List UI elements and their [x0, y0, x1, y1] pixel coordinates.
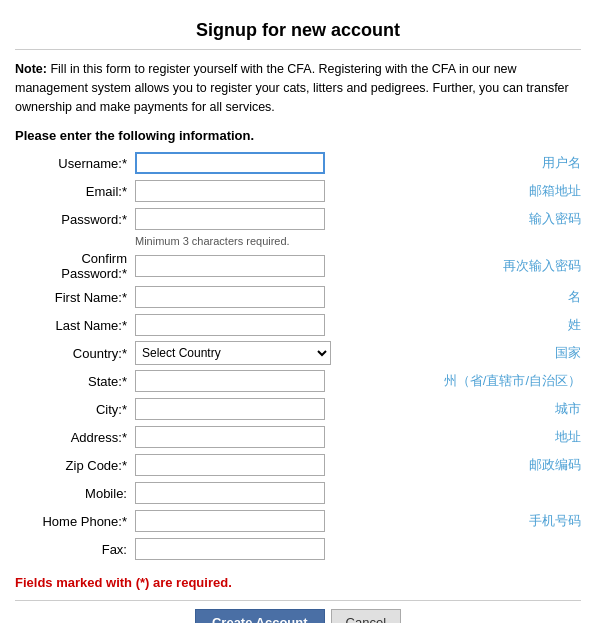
- country-select[interactable]: Select Country: [135, 341, 331, 365]
- note-text: Note: Fill in this form to register your…: [15, 60, 581, 116]
- fax-row: Fax:: [15, 537, 581, 561]
- country-input-col: Select Country: [135, 341, 535, 365]
- last-name-input-col: [135, 314, 548, 336]
- fax-label: Fax:: [15, 542, 135, 557]
- first-name-chinese: 名: [568, 288, 581, 306]
- city-chinese: 城市: [555, 400, 581, 418]
- last-name-chinese: 姓: [568, 316, 581, 334]
- create-account-button[interactable]: Create Account: [195, 609, 325, 623]
- email-input-col: [135, 180, 509, 202]
- last-name-input[interactable]: [135, 314, 325, 336]
- username-chinese: 用户名: [542, 154, 581, 172]
- password-hint: Minimum 3 characters required.: [135, 235, 581, 247]
- home-phone-row: Home Phone:* 手机号码: [15, 509, 581, 533]
- city-label: City:*: [15, 402, 135, 417]
- state-input-col: [135, 370, 424, 392]
- mobile-row: Mobile:: [15, 481, 581, 505]
- home-phone-chinese: 手机号码: [529, 512, 581, 530]
- home-phone-input-col: [135, 510, 509, 532]
- username-input-col: [135, 152, 522, 174]
- password-input-col: [135, 208, 509, 230]
- mobile-input[interactable]: [135, 482, 325, 504]
- mobile-label: Mobile:: [15, 486, 135, 501]
- confirm-password-input[interactable]: [135, 255, 325, 277]
- zip-code-row: Zip Code:* 邮政编码: [15, 453, 581, 477]
- city-input-col: [135, 398, 535, 420]
- address-input-col: [135, 426, 535, 448]
- state-input[interactable]: [135, 370, 325, 392]
- city-row: City:* 城市: [15, 397, 581, 421]
- country-row: Country:* Select Country 国家: [15, 341, 581, 365]
- zip-code-input-col: [135, 454, 509, 476]
- zip-code-label: Zip Code:*: [15, 458, 135, 473]
- password-chinese: 输入密码: [529, 210, 581, 228]
- zip-code-input[interactable]: [135, 454, 325, 476]
- first-name-input-col: [135, 286, 548, 308]
- confirm-password-row: Confirm Password:* 再次输入密码: [15, 251, 581, 281]
- country-chinese: 国家: [555, 344, 581, 362]
- zip-code-chinese: 邮政编码: [529, 456, 581, 474]
- confirm-password-input-col: [135, 255, 483, 277]
- button-row: Create Account Cancel: [15, 600, 581, 623]
- required-note-prefix: Fields marked with: [15, 575, 136, 590]
- email-row: Email:* 邮箱地址: [15, 179, 581, 203]
- confirm-password-label: Confirm Password:*: [15, 251, 135, 281]
- state-row: State:* 州（省/直辖市/自治区）: [15, 369, 581, 393]
- required-star: (*): [136, 575, 150, 590]
- email-input[interactable]: [135, 180, 325, 202]
- password-label: Password:*: [15, 212, 135, 227]
- username-label: Username:*: [15, 156, 135, 171]
- password-row: Password:* 输入密码: [15, 207, 581, 231]
- first-name-row: First Name:* 名: [15, 285, 581, 309]
- page-title: Signup for new account: [15, 10, 581, 50]
- note-label: Note:: [15, 62, 47, 76]
- city-input[interactable]: [135, 398, 325, 420]
- confirm-password-chinese: 再次输入密码: [503, 257, 581, 275]
- section-label: Please enter the following information.: [15, 128, 581, 143]
- address-row: Address:* 地址: [15, 425, 581, 449]
- last-name-row: Last Name:* 姓: [15, 313, 581, 337]
- first-name-input[interactable]: [135, 286, 325, 308]
- home-phone-label: Home Phone:*: [15, 514, 135, 529]
- address-label: Address:*: [15, 430, 135, 445]
- email-chinese: 邮箱地址: [529, 182, 581, 200]
- home-phone-input[interactable]: [135, 510, 325, 532]
- password-input[interactable]: [135, 208, 325, 230]
- mobile-input-col: [135, 482, 581, 504]
- email-label: Email:*: [15, 184, 135, 199]
- username-row: Username:* 用户名: [15, 151, 581, 175]
- state-chinese: 州（省/直辖市/自治区）: [444, 372, 581, 390]
- address-input[interactable]: [135, 426, 325, 448]
- required-note: Fields marked with (*) are required.: [15, 575, 581, 590]
- state-label: State:*: [15, 374, 135, 389]
- country-label: Country:*: [15, 346, 135, 361]
- cancel-button[interactable]: Cancel: [331, 609, 401, 623]
- username-input[interactable]: [135, 152, 325, 174]
- required-note-suffix: are required.: [149, 575, 231, 590]
- fax-input[interactable]: [135, 538, 325, 560]
- fax-input-col: [135, 538, 581, 560]
- address-chinese: 地址: [555, 428, 581, 446]
- first-name-label: First Name:*: [15, 290, 135, 305]
- last-name-label: Last Name:*: [15, 318, 135, 333]
